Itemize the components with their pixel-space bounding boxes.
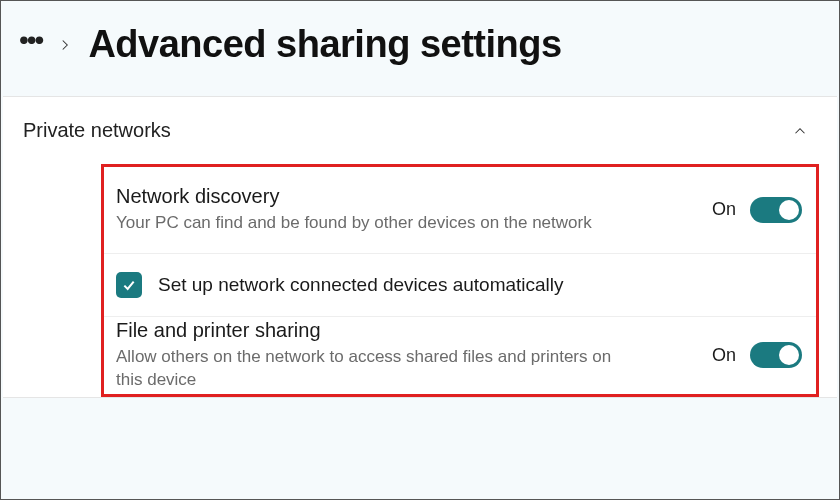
section-title: Private networks: [23, 119, 171, 142]
file-printer-toggle[interactable]: [750, 342, 802, 368]
chevron-up-icon: [791, 122, 809, 140]
toggle-state-label: On: [712, 345, 736, 366]
page-title: Advanced sharing settings: [88, 23, 561, 66]
auto-setup-label: Set up network connected devices automat…: [158, 274, 564, 296]
toggle-state-label: On: [712, 199, 736, 220]
file-printer-title: File and printer sharing: [116, 319, 712, 342]
private-networks-section: Private networks Network discovery Your …: [3, 96, 837, 398]
more-icon[interactable]: •••: [19, 26, 42, 64]
highlighted-area: Network discovery Your PC can find and b…: [101, 164, 819, 397]
section-toggle-private-networks[interactable]: Private networks: [3, 97, 837, 164]
breadcrumb: ••• Advanced sharing settings: [1, 1, 839, 96]
toggle-group: On: [712, 342, 802, 368]
network-discovery-row: Network discovery Your PC can find and b…: [104, 167, 816, 253]
row-text: File and printer sharing Allow others on…: [116, 319, 712, 392]
file-printer-desc: Allow others on the network to access sh…: [116, 346, 636, 392]
check-icon: [121, 277, 137, 293]
network-discovery-toggle[interactable]: [750, 197, 802, 223]
file-printer-sharing-row: File and printer sharing Allow others on…: [104, 316, 816, 394]
toggle-group: On: [712, 197, 802, 223]
auto-setup-checkbox[interactable]: [116, 272, 142, 298]
settings-window: ••• Advanced sharing settings Private ne…: [0, 0, 840, 500]
chevron-right-icon: [56, 36, 74, 54]
network-discovery-title: Network discovery: [116, 185, 712, 208]
network-discovery-desc: Your PC can find and be found by other d…: [116, 212, 636, 235]
toggle-knob: [779, 345, 799, 365]
row-text: Network discovery Your PC can find and b…: [116, 185, 712, 235]
toggle-knob: [779, 200, 799, 220]
auto-setup-row: Set up network connected devices automat…: [104, 253, 816, 316]
